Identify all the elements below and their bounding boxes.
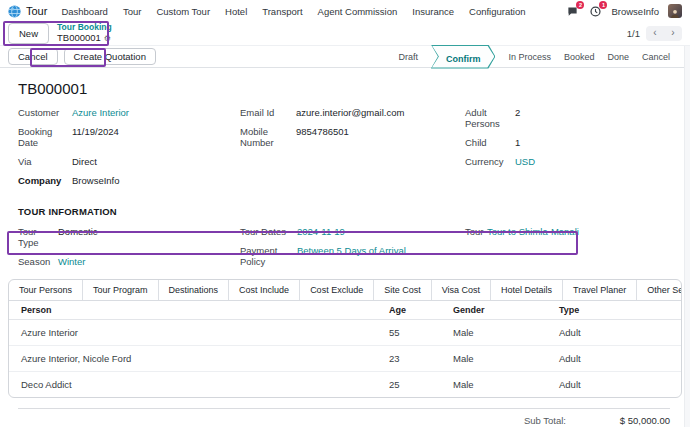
menu-configuration[interactable]: Configuration [469,6,526,17]
pager-next-button[interactable] [664,26,682,41]
control-panel: New Tour Booking TB000001 1/1 [0,22,690,46]
mobile-label: Mobile Number [240,126,296,148]
tour-booking-page: Tour Dashboard Tour Custom Tour Hotel Tr… [0,0,690,427]
user-avatar[interactable] [668,4,682,18]
tour-field[interactable]: Tour to Shimla-Manali [487,226,579,237]
tour-information-heading: TOUR INFORMATION [18,206,672,217]
app-brand[interactable]: Tour [8,5,47,18]
status-booked[interactable]: Booked [564,52,595,62]
sub-total-value: $ 50,000.00 [566,415,670,426]
globe-logo-icon [8,5,21,18]
tour-dates-field[interactable]: 2024-11-19 [297,226,345,237]
menu-tour[interactable]: Tour [123,6,141,17]
app-name: Tour [26,5,47,17]
currency-field[interactable]: USD [515,156,535,167]
messages-button[interactable]: 2 [565,4,579,18]
person-icon [670,8,680,18]
tab-destinations[interactable]: Destinations [159,280,230,300]
column-gender[interactable]: Gender [441,301,547,319]
status-in-process[interactable]: In Process [508,52,551,62]
via-label: Via [18,156,72,167]
tour-type-field[interactable]: Domestic [58,226,98,237]
tab-travel-planer[interactable]: Travel Planer [563,280,637,300]
cancel-button[interactable]: Cancel [8,48,58,65]
navbar-systray: 2 1 BrowseInfo [565,4,682,18]
tab-visa-cost[interactable]: Visa Cost [432,280,491,300]
table-row[interactable]: Azure Interior, Nicole Ford 23 Male Adul… [9,346,681,372]
form-statusbar-row: Cancel Create Quotation Draft Confirm In… [0,46,690,68]
menu-insurance[interactable]: Insurance [412,6,454,17]
child-label: Child [465,137,515,148]
table-header-row: Person Age Gender Type [9,301,681,320]
tour-info-columns: Tour Type Domestic Season Winter Tour Da… [18,226,672,275]
email-field[interactable]: azure.interior@gmail.com [296,107,404,118]
form-sheet: TB000001 Customer Azure Interior Booking… [0,68,690,427]
notebook: Tour Persons Tour Program Destinations C… [8,279,682,398]
customer-label: Customer [18,107,72,118]
column-person[interactable]: Person [9,301,377,319]
new-button[interactable]: New [8,23,49,44]
field-columns: Customer Azure Interior Booking Date 11/… [18,107,672,194]
tour-type-label: Tour Type [18,226,58,248]
pager: 1/1 [627,26,682,41]
tour-dates-label: Tour Dates [240,226,297,237]
payment-policy-label: Payment Policy [240,245,297,267]
tab-tour-program[interactable]: Tour Program [83,280,159,300]
column-type[interactable]: Type [547,301,681,319]
record-title: TB000001 [18,80,672,97]
status-draft[interactable]: Draft [398,52,418,62]
email-label: Email Id [240,107,296,118]
menu-transport[interactable]: Transport [262,6,302,17]
status-confirm-active[interactable]: Confirm [431,45,496,69]
company-label: Company [18,175,72,186]
messages-badge: 2 [576,1,584,9]
totals-section: Sub Total: $ 50,000.00 Total Taxed Amoun… [18,408,670,427]
activities-badge: 1 [599,1,607,9]
pager-count: 1/1 [627,28,640,39]
notebook-tabs: Tour Persons Tour Program Destinations C… [9,280,681,301]
activities-button[interactable]: 1 [588,4,602,18]
booking-date-field[interactable]: 11/19/2024 [72,126,119,137]
menu-agent-commission[interactable]: Agent Commission [318,6,398,17]
create-quotation-button[interactable]: Create Quotation [64,48,156,65]
payment-policy-field[interactable]: Between 5 Days of Arrival [297,245,406,256]
table-row[interactable]: Azure Interior 55 Male Adult [9,320,681,346]
tour-label: Tour [465,226,487,237]
main-menu: Dashboard Tour Custom Tour Hotel Transpo… [61,6,525,17]
season-label: Season [18,256,58,267]
column-age[interactable]: Age [377,301,441,319]
booking-date-label: Booking Date [18,126,72,148]
via-field[interactable]: Direct [72,156,97,167]
sub-total-label: Sub Total: [524,415,566,426]
user-menu[interactable]: BrowseInfo [611,6,659,17]
menu-dashboard[interactable]: Dashboard [61,6,107,17]
menu-custom-tour[interactable]: Custom Tour [156,6,210,17]
breadcrumb: Tour Booking TB000001 [57,23,112,43]
season-field[interactable]: Winter [58,256,85,267]
status-done[interactable]: Done [607,52,629,62]
tab-tour-persons[interactable]: Tour Persons [9,280,83,300]
tab-cost-include[interactable]: Cost Include [229,280,300,300]
mobile-field[interactable]: 9854786501 [296,126,349,137]
adult-persons-label: Adult Persons [465,107,515,129]
status-cancel[interactable]: Cancel [642,52,670,62]
company-field[interactable]: BrowseInfo [72,175,120,186]
tab-cost-exclude[interactable]: Cost Exclude [300,280,374,300]
gear-icon[interactable] [104,33,111,44]
statusbar: Draft Confirm In Process Booked Done Can… [398,45,682,69]
menu-hotel[interactable]: Hotel [225,6,247,17]
table-row[interactable]: Deco Addict 25 Male Adult [9,372,681,397]
adult-persons-field[interactable]: 2 [515,107,520,118]
tab-site-cost[interactable]: Site Cost [374,280,432,300]
top-navbar: Tour Dashboard Tour Custom Tour Hotel Tr… [0,0,690,22]
tab-other-services[interactable]: Other Services [637,280,682,300]
customer-field[interactable]: Azure Interior [72,107,129,118]
pager-previous-button[interactable] [646,26,664,41]
breadcrumb-record: TB000001 [57,33,101,43]
currency-label: Currency [465,156,515,167]
child-field[interactable]: 1 [515,137,520,148]
tab-hotel-details[interactable]: Hotel Details [491,280,563,300]
vertical-scrollbar[interactable] [684,46,690,427]
